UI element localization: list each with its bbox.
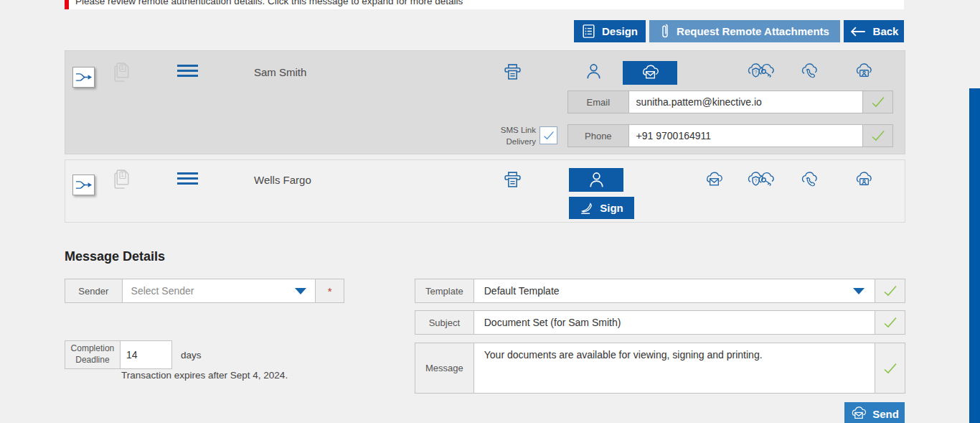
printer-icon[interactable] xyxy=(503,169,522,190)
phone-label: Phone xyxy=(568,125,629,147)
remote-id-verification-icon[interactable] xyxy=(854,62,874,81)
merge-arrows-icon xyxy=(75,71,93,83)
printer-icon[interactable] xyxy=(503,62,522,82)
green-check-icon xyxy=(871,96,885,108)
phone-auth-icon[interactable] xyxy=(800,62,819,81)
phone-auth-icon[interactable] xyxy=(800,170,819,190)
template-row: Template Default Template xyxy=(415,279,905,303)
recipient-row-sam-smith: 1 Sam Smith Email SMS Link Delivery Phon… xyxy=(65,50,905,154)
phone-field-group: Phone xyxy=(567,124,893,147)
subject-row: Subject xyxy=(415,310,905,335)
in-person-delivery-selected[interactable] xyxy=(569,168,623,192)
send-documents-screen: Please review remote authentication deta… xyxy=(0,0,980,423)
completion-deadline-input[interactable] xyxy=(126,349,166,361)
subject-input[interactable] xyxy=(484,317,864,328)
document-count: 1 xyxy=(113,171,132,178)
recipient-row-wells-fargo: 1 Wells Fargo Sign xyxy=(65,159,905,223)
phone-input[interactable] xyxy=(629,125,863,147)
message-row: Message Your documents are available for… xyxy=(415,343,905,394)
green-check-icon xyxy=(883,363,897,374)
request-remote-attachments-button[interactable]: Request Remote Attachments xyxy=(649,20,840,42)
sender-row: Sender Select Sender * xyxy=(65,279,344,303)
sender-required-cell: * xyxy=(315,279,344,302)
subject-valid-cell xyxy=(875,311,905,334)
phone-valid-cell xyxy=(862,125,892,147)
blue-check-icon xyxy=(543,131,555,140)
completion-deadline-label: Completion Deadline xyxy=(65,341,121,368)
document-count-indicator: 1 xyxy=(113,167,132,190)
reorder-handle[interactable] xyxy=(177,65,198,80)
chevron-down-icon xyxy=(295,288,306,294)
remote-id-verification-icon[interactable] xyxy=(854,170,874,190)
back-button-label: Back xyxy=(873,25,899,37)
document-list-icon xyxy=(582,24,595,39)
template-label: Template xyxy=(415,279,474,302)
email-input[interactable] xyxy=(629,91,863,113)
subject-label: Subject xyxy=(415,311,474,334)
email-label: Email xyxy=(568,91,629,113)
cloud-envelope-icon xyxy=(641,63,660,83)
message-label: Message xyxy=(415,343,474,393)
paperclip-icon xyxy=(660,23,670,40)
message-textarea[interactable]: Your documents are available for viewing… xyxy=(484,343,864,393)
send-button[interactable]: Send xyxy=(844,402,905,423)
person-icon xyxy=(587,170,606,190)
back-button[interactable]: Back xyxy=(844,20,904,42)
sms-link-delivery-checkbox[interactable] xyxy=(540,126,557,144)
merge-recipient-button[interactable] xyxy=(72,175,95,195)
cloud-envelope-icon xyxy=(850,406,867,422)
sender-label: Sender xyxy=(65,279,123,302)
green-check-icon xyxy=(871,130,885,141)
merge-arrows-icon xyxy=(75,179,93,191)
notification-accent xyxy=(65,0,69,9)
template-value: Default Template xyxy=(484,285,560,297)
security-question-icon[interactable] xyxy=(746,62,765,81)
email-valid-cell xyxy=(862,91,892,113)
template-dropdown[interactable]: Default Template xyxy=(474,279,875,302)
document-count-indicator: 1 xyxy=(113,60,132,83)
recipient-name: Sam Smith xyxy=(254,66,306,78)
arrow-left-icon xyxy=(849,26,867,37)
notification-bar[interactable]: Please review remote authentication deta… xyxy=(65,0,904,9)
sender-dropdown[interactable]: Select Sender xyxy=(123,279,316,302)
remote-email-delivery-selected[interactable] xyxy=(623,61,677,85)
sender-placeholder: Select Sender xyxy=(131,285,194,297)
send-button-label: Send xyxy=(872,408,899,420)
document-count: 1 xyxy=(113,64,132,71)
merge-recipient-button[interactable] xyxy=(72,67,95,88)
message-valid-cell xyxy=(875,343,905,393)
notification-text: Please review remote authentication deta… xyxy=(75,0,463,6)
recipient-name: Wells Fargo xyxy=(254,174,311,186)
completion-deadline-row: Completion Deadline xyxy=(65,340,172,369)
reorder-handle[interactable] xyxy=(177,172,198,187)
request-remote-attachments-label: Request Remote Attachments xyxy=(677,25,829,37)
green-check-icon xyxy=(883,285,897,297)
expiry-note: Transaction expires after Sept 4, 2024. xyxy=(121,370,288,381)
remote-email-delivery-icon[interactable] xyxy=(705,170,724,190)
design-button[interactable]: Design xyxy=(574,20,646,42)
message-details-heading: Message Details xyxy=(65,249,165,264)
template-valid-cell xyxy=(875,279,905,302)
sign-button[interactable]: Sign xyxy=(569,197,634,219)
chevron-down-icon xyxy=(853,288,864,294)
sign-button-label: Sign xyxy=(600,202,623,214)
email-field-group: Email xyxy=(567,90,893,113)
sms-link-delivery-label: SMS Link Delivery xyxy=(493,125,536,147)
quill-pen-icon xyxy=(580,201,594,215)
security-question-icon[interactable] xyxy=(746,170,765,190)
days-unit-label: days xyxy=(181,350,202,361)
scrollbar-thumb[interactable] xyxy=(969,88,980,423)
green-check-icon xyxy=(883,317,897,328)
design-button-label: Design xyxy=(602,25,638,37)
in-person-delivery-icon[interactable] xyxy=(584,62,603,81)
required-marker: * xyxy=(328,285,332,297)
